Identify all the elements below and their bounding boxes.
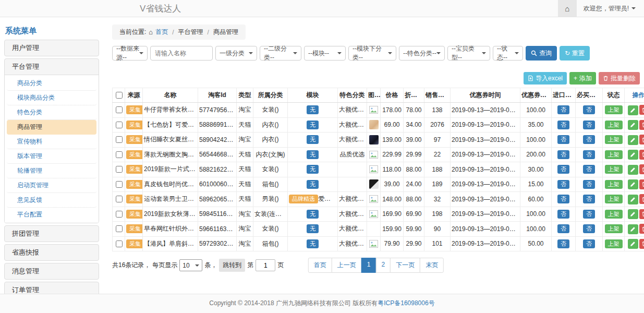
- import-optional-badge: 否: [557, 165, 569, 174]
- sidebar-item[interactable]: 宣传物料: [7, 135, 96, 149]
- select-all-checkbox[interactable]: [116, 92, 123, 99]
- sidebar-item[interactable]: 特色分类: [7, 105, 96, 120]
- batch-delete-button[interactable]: 批量删除: [599, 72, 640, 85]
- row-checkbox[interactable]: [116, 211, 123, 218]
- sidebar-item[interactable]: 商品分类: [7, 76, 96, 91]
- delete-button[interactable]: [639, 135, 644, 145]
- row-checkbox[interactable]: [116, 166, 123, 173]
- add-button[interactable]: +添加: [569, 72, 596, 85]
- row-checkbox[interactable]: [116, 240, 123, 247]
- pager-item[interactable]: 首页: [308, 258, 332, 273]
- caret-down-icon: [139, 52, 143, 54]
- delete-button[interactable]: [639, 105, 644, 115]
- sidebar-group-header[interactable]: 拼团管理: [5, 226, 99, 242]
- per-page-select[interactable]: 10: [179, 259, 202, 271]
- row-checkbox[interactable]: [116, 225, 123, 232]
- pager-item[interactable]: 末页: [420, 258, 444, 273]
- edit-button[interactable]: [628, 120, 638, 130]
- edit-button[interactable]: [628, 179, 638, 189]
- row-checkbox[interactable]: [116, 106, 123, 113]
- row-checkbox[interactable]: [116, 181, 123, 188]
- import-excel-button[interactable]: 导入excel: [524, 72, 567, 85]
- delete-button[interactable]: [639, 209, 644, 219]
- sidebar-group-header[interactable]: 省惠快报: [5, 245, 99, 260]
- filter-select-data-source[interactable]: --数据来源--: [112, 46, 148, 61]
- sidebar-item[interactable]: 意见反馈: [7, 193, 96, 208]
- column-header: 名称: [143, 88, 198, 103]
- delete-button[interactable]: [639, 224, 644, 234]
- filter-select-module[interactable]: --模块--: [304, 46, 346, 61]
- ops-cell: [625, 177, 644, 192]
- delete-button[interactable]: [639, 120, 644, 130]
- row-checkbox[interactable]: [116, 136, 123, 143]
- breadcrumb-item: 平台管理: [178, 28, 203, 37]
- sidebar-group-header[interactable]: 平台管理: [5, 59, 99, 75]
- search-button[interactable]: 查询: [526, 46, 557, 61]
- module-cell: 品牌精选爱上运动: [288, 192, 338, 207]
- row-checkbox[interactable]: [116, 196, 123, 202]
- filter-select-special-category[interactable]: --特色分类--: [399, 46, 445, 61]
- must-buy-cell: 否: [576, 192, 603, 207]
- sidebar-group-header[interactable]: 用户管理: [5, 40, 99, 56]
- table-row: 采集【七色纺】可爱纯棉家...588869917501天猫内衣()无大额优惠券6…: [113, 117, 644, 133]
- delete-button[interactable]: [639, 179, 644, 189]
- price-cell: 229.99: [381, 147, 404, 162]
- delete-button[interactable]: [639, 150, 644, 160]
- delete-button[interactable]: [639, 239, 644, 249]
- caret-down-icon: [249, 52, 253, 54]
- sidebar-group: 省惠快报: [4, 244, 99, 261]
- home-button[interactable]: ⌂: [558, 0, 577, 17]
- coupon-time-cell: 2019-09-13—2019-09-17: [451, 222, 520, 237]
- row-checkbox[interactable]: [116, 122, 123, 128]
- user-menu[interactable]: 欢迎您，管理员!: [577, 4, 644, 13]
- coupon-amount-cell: 100.00: [520, 222, 552, 237]
- sidebar-item[interactable]: 版本管理: [7, 149, 96, 164]
- sidebar-group-header[interactable]: 订单管理: [5, 282, 99, 294]
- must-buy-badge: 否: [583, 105, 595, 114]
- sidebar-item[interactable]: 平台配置: [7, 208, 96, 222]
- pager-item[interactable]: 2: [376, 258, 391, 273]
- pager-item[interactable]: 下一页: [390, 258, 420, 273]
- pager-item[interactable]: 上一页: [332, 258, 362, 273]
- edit-button[interactable]: [628, 224, 638, 234]
- icon-cell: [367, 103, 381, 118]
- pager-item[interactable]: 1: [361, 258, 376, 273]
- breadcrumb-prefix: 当前位置:: [119, 28, 146, 37]
- sales-count-cell: 90: [424, 222, 451, 237]
- delete-button[interactable]: [639, 164, 644, 174]
- filter-select-item-type[interactable]: --宝贝类型--: [447, 46, 490, 61]
- product-thumbnail: [369, 179, 379, 189]
- breadcrumb-separator: /: [171, 29, 175, 36]
- delete-button[interactable]: [639, 194, 644, 204]
- source-cell: 采集: [125, 207, 143, 222]
- jump-button[interactable]: 跳转到: [219, 259, 245, 272]
- edit-button[interactable]: [628, 150, 638, 160]
- filter-select-level1-category[interactable]: 一级分类: [215, 46, 257, 61]
- breadcrumb-item[interactable]: 首页: [155, 28, 168, 37]
- edit-button[interactable]: [628, 135, 638, 145]
- filter-select-status[interactable]: --状态--: [493, 46, 523, 61]
- ops-cell: [625, 103, 644, 118]
- sidebar-item[interactable]: 商品管理: [7, 120, 96, 135]
- taoke-id-cell: 596611634525: [198, 222, 237, 237]
- sidebar-item[interactable]: 启动页管理: [7, 178, 96, 193]
- reset-button[interactable]: ↻重置: [560, 46, 590, 61]
- row-checkbox[interactable]: [116, 151, 123, 158]
- edit-button[interactable]: [628, 165, 638, 175]
- per-page-label: 每页显示: [152, 261, 177, 270]
- filter-select-module-sub-category[interactable]: --模块下分类--: [348, 46, 396, 61]
- edit-button[interactable]: [628, 239, 638, 249]
- page-number-input[interactable]: [256, 259, 275, 271]
- icp-link[interactable]: 粤ICP备16098006号: [378, 299, 434, 307]
- filter-select-level2-category[interactable]: --二级分类--: [260, 46, 301, 61]
- sidebar-item[interactable]: 模块商品分类: [7, 91, 96, 105]
- name-cell: 【七色纺】可爱纯棉家...: [143, 117, 198, 133]
- product-name-input[interactable]: [150, 46, 213, 61]
- edit-button[interactable]: [628, 209, 638, 219]
- sidebar-group-header[interactable]: 消息管理: [5, 263, 99, 279]
- edit-button[interactable]: [628, 195, 638, 204]
- module-badge: 无: [307, 165, 319, 174]
- source-badge: 采集: [126, 180, 143, 189]
- sidebar-item[interactable]: 轮播管理: [7, 164, 96, 178]
- edit-button[interactable]: [628, 105, 638, 115]
